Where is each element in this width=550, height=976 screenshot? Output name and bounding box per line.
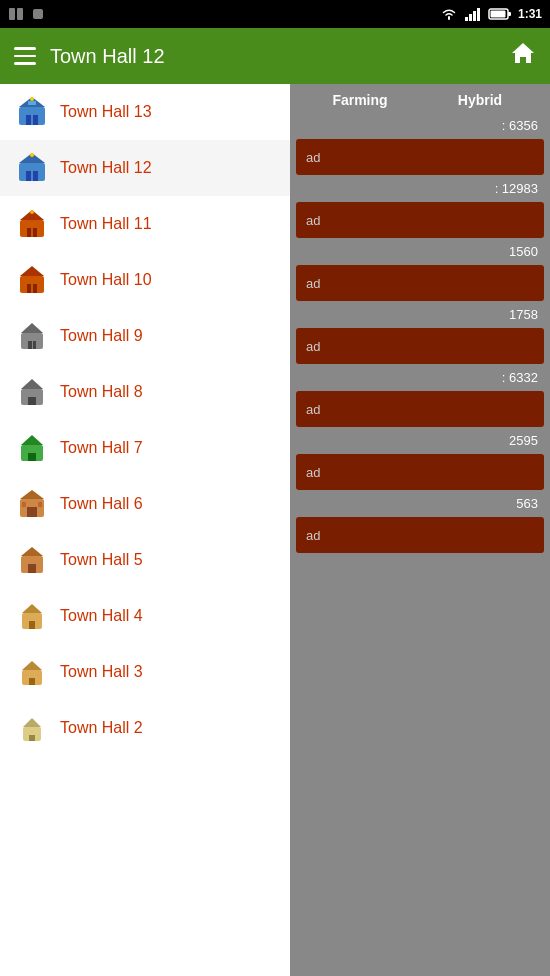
sidebar-item-th3[interactable]: Town Hall 3 <box>0 644 290 700</box>
town-hall-3-image <box>15 655 49 689</box>
th3-icon <box>14 654 50 690</box>
svg-marker-28 <box>20 266 44 276</box>
bar-2[interactable]: ad <box>296 202 544 238</box>
th10-icon <box>14 262 50 298</box>
bar-7[interactable]: ad <box>296 517 544 553</box>
sidebar-label-th5: Town Hall 5 <box>60 551 143 569</box>
status-bar-left <box>8 6 46 22</box>
bar-4[interactable]: ad <box>296 328 544 364</box>
th9-icon <box>14 318 50 354</box>
app-bar-title: Town Hall 12 <box>50 45 165 68</box>
bar-3[interactable]: ad <box>296 265 544 301</box>
svg-rect-14 <box>33 115 38 125</box>
sidebar-item-th6[interactable]: Town Hall 6 <box>0 476 290 532</box>
content-section-5: : 6332 ad <box>290 368 550 427</box>
sidebar-label-th3: Town Hall 3 <box>60 663 143 681</box>
bar-label-4: ad <box>306 339 320 354</box>
svg-rect-3 <box>465 17 468 21</box>
bar-label-6: ad <box>306 465 320 480</box>
svg-rect-44 <box>22 502 26 507</box>
town-hall-2-image <box>15 711 49 745</box>
sidebar: Town Hall 13 Town Hall 12 <box>0 84 290 976</box>
svg-rect-45 <box>38 502 42 507</box>
sidebar-label-th13: Town Hall 13 <box>60 103 152 121</box>
home-button[interactable] <box>510 40 536 73</box>
hybrid-header: Hybrid <box>420 92 540 108</box>
svg-rect-25 <box>33 228 37 237</box>
app-bar-left: Town Hall 12 <box>14 45 165 68</box>
sidebar-label-th10: Town Hall 10 <box>60 271 152 289</box>
sidebar-label-th12: Town Hall 12 <box>60 159 152 177</box>
farming-header: Farming <box>300 92 420 108</box>
sidebar-item-th12[interactable]: Town Hall 12 <box>0 140 290 196</box>
svg-rect-9 <box>490 11 505 18</box>
bar-1[interactable]: ad <box>296 139 544 175</box>
sidebar-label-th9: Town Hall 9 <box>60 327 143 345</box>
time-display: 1:31 <box>518 7 542 21</box>
svg-rect-24 <box>27 228 31 237</box>
svg-marker-56 <box>23 718 41 727</box>
svg-point-21 <box>30 153 34 157</box>
bar-label-7: ad <box>306 528 320 543</box>
sidebar-item-th4[interactable]: Town Hall 4 <box>0 588 290 644</box>
sidebar-item-th10[interactable]: Town Hall 10 <box>0 252 290 308</box>
sidebar-label-th2: Town Hall 2 <box>60 719 143 737</box>
th7-icon <box>14 430 50 466</box>
svg-rect-8 <box>508 12 511 16</box>
th11-icon <box>14 206 50 242</box>
svg-point-26 <box>30 210 34 214</box>
svg-marker-39 <box>21 435 43 445</box>
sidebar-label-th4: Town Hall 4 <box>60 607 143 625</box>
bar-label-3: ad <box>306 276 320 291</box>
svg-marker-47 <box>21 547 43 556</box>
content-section-6: 2595 ad <box>290 431 550 490</box>
town-hall-5-image <box>15 543 49 577</box>
sidebar-label-th6: Town Hall 6 <box>60 495 143 513</box>
th6-icon <box>14 486 50 522</box>
signal-icon <box>464 7 482 21</box>
content-section-3: 1560 ad <box>290 242 550 301</box>
sidebar-item-th8[interactable]: Town Hall 8 <box>0 364 290 420</box>
menu-button[interactable] <box>14 47 36 65</box>
town-hall-13-image <box>15 95 49 129</box>
svg-rect-54 <box>29 678 35 685</box>
svg-rect-2 <box>33 9 43 19</box>
value-6: 2595 <box>290 431 550 450</box>
sidebar-item-th5[interactable]: Town Hall 5 <box>0 532 290 588</box>
app-bar: Town Hall 12 <box>0 28 550 84</box>
town-hall-10-image <box>15 263 49 297</box>
sidebar-item-th13[interactable]: Town Hall 13 <box>0 84 290 140</box>
content-section-1: : 6356 ad <box>290 116 550 175</box>
svg-rect-51 <box>29 621 35 629</box>
battery-icon <box>488 7 512 21</box>
content-section-2: : 12983 ad <box>290 179 550 238</box>
sidebar-item-th11[interactable]: Town Hall 11 <box>0 196 290 252</box>
town-hall-8-image <box>15 375 49 409</box>
bar-5[interactable]: ad <box>296 391 544 427</box>
sidebar-item-th7[interactable]: Town Hall 7 <box>0 420 290 476</box>
main-container: Town Hall 13 Town Hall 12 <box>0 84 550 976</box>
sidebar-item-th2[interactable]: Town Hall 2 <box>0 700 290 756</box>
town-hall-6-image <box>15 487 49 521</box>
svg-marker-36 <box>21 379 43 389</box>
svg-marker-50 <box>22 604 42 613</box>
svg-rect-40 <box>28 453 36 461</box>
value-7: 563 <box>290 494 550 513</box>
bar-6[interactable]: ad <box>296 454 544 490</box>
town-hall-9-image <box>15 319 49 353</box>
svg-rect-34 <box>33 341 36 349</box>
svg-marker-10 <box>512 43 534 63</box>
svg-rect-30 <box>33 284 37 293</box>
svg-rect-37 <box>28 397 36 405</box>
value-2: : 12983 <box>290 179 550 198</box>
svg-rect-5 <box>473 11 476 21</box>
bar-label-2: ad <box>306 213 320 228</box>
status-bar: 1:31 <box>0 0 550 28</box>
svg-point-16 <box>30 97 34 101</box>
svg-rect-0 <box>9 8 15 20</box>
town-hall-11-image <box>15 207 49 241</box>
notification-icon <box>30 6 46 22</box>
svg-rect-15 <box>28 101 36 105</box>
svg-rect-6 <box>477 8 480 21</box>
sidebar-item-th9[interactable]: Town Hall 9 <box>0 308 290 364</box>
